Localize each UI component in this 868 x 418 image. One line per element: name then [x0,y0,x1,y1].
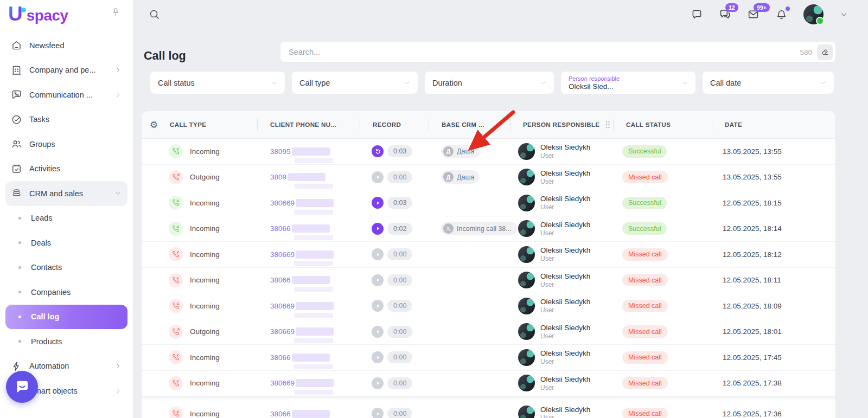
play-record-button[interactable] [372,326,384,338]
comment-icon[interactable] [691,8,703,21]
chats-icon[interactable]: 12 [719,8,731,21]
sidebar-item-company-and-pe[interactable]: Company and pe... [5,58,127,83]
person-avatar [518,323,535,340]
clear-search-button[interactable] [817,44,833,60]
cell-date: 12.05.2025, 18:12 [712,242,835,267]
global-search-icon[interactable] [148,8,161,21]
sidebar-item-label: Companies [31,288,71,297]
phone-incoming-icon [169,144,183,158]
call-status-badge: Missed call [622,274,668,286]
play-record-button[interactable] [372,300,384,312]
column-label: PERSON RESPONSIBLE [523,121,599,128]
sidebar-item-activities[interactable]: Activities [5,157,127,182]
client-phone-link[interactable]: 380669 [270,327,334,336]
phone-incoming-icon [169,299,183,313]
sidebar-item-newsfeed[interactable]: Newsfeed [5,33,127,58]
call-status-badge: Missed call [622,325,668,338]
client-phone-link[interactable]: 3809 [270,173,326,181]
call-date: 12.05.2025, 18:11 [723,276,781,284]
client-phone-link[interactable]: 380669 [270,379,334,387]
client-phone-link[interactable]: 38066 [270,353,330,362]
sidebar-item-products[interactable]: Products [5,329,127,354]
person-avatar [518,349,535,366]
notifications-bell-icon[interactable] [775,8,788,21]
filter-label: Call type [299,79,330,87]
sidebar-item-deals[interactable]: Deals [5,230,127,255]
crm-entity-chip[interactable]: Incoming call 38... [441,222,517,235]
client-phone-link[interactable]: 38066 [270,224,330,233]
cell-person-responsible: Oleksii SiedykhUser [510,401,613,418]
client-phone-link[interactable]: 38066 [270,410,330,418]
redacted-phone-blur [294,390,333,395]
filter-value: Oleksii Sied... [569,82,620,91]
client-phone-link[interactable]: 380669 [270,302,334,310]
person-name: Oleksii Siedykh [540,246,590,254]
filter-call-type[interactable]: Call type [292,72,418,94]
sidebar-item-groups[interactable]: Groups [5,132,127,157]
filter-call-date[interactable]: Call date [703,72,834,94]
scroll-shadow [142,396,835,401]
record-duration: 0:00 [387,300,412,312]
cell-person-responsible: Oleksii SiedykhUser [510,371,613,396]
filter-person-responsible[interactable]: Person responsibleOleksii Sied... [561,72,695,94]
call-log-row: Outgoing38090:00ДДашаOleksii SiedykhUser… [142,165,835,191]
filter-duration[interactable]: Duration [425,72,554,94]
client-phone-link[interactable]: 380669 [270,199,334,207]
person-plus-icon [443,223,454,234]
cell-record: 0:00 [360,242,429,267]
pin-sidebar-icon[interactable] [111,7,121,17]
client-phone-link[interactable]: 38066 [270,276,330,284]
search-input[interactable] [280,48,800,56]
client-phone-link[interactable]: 38095 [270,147,330,156]
chat-fab-button[interactable] [6,371,38,403]
sidebar-item-contacts[interactable]: Contacts [5,255,127,280]
crm-entity-chip[interactable]: ДДаша [441,170,480,184]
play-record-button[interactable] [372,197,384,209]
column-drag-handle[interactable] [605,120,610,129]
mail-icon[interactable]: 99+ [747,8,760,21]
call-type-label: Outgoing [190,327,220,336]
chevron-down-icon [819,79,827,87]
crm-entity-label: Даша [457,147,474,155]
call-status-badge: Successful [622,145,667,158]
cell-person-responsible: Oleksii SiedykhUser [510,242,613,267]
redacted-phone-blur [294,364,333,369]
play-record-button[interactable] [372,248,384,260]
column-header-call-type: ⚙CALL TYPE [142,111,257,138]
phone-incoming-icon [169,222,183,236]
play-record-button[interactable] [372,351,384,363]
sidebar-item-communication[interactable]: Communication ... [5,82,127,107]
filter-call-status[interactable]: Call status [150,72,285,94]
record-duration: 0:00 [387,171,412,183]
cell-base-crm: ДДаша [429,165,510,190]
cell-record: 0:00 [360,401,429,418]
cell-record: 0:03 [360,139,429,164]
play-record-button[interactable] [372,408,384,418]
sidebar-item-leads[interactable]: Leads [5,206,127,231]
play-record-button[interactable] [372,171,384,183]
profile-chevron-down-icon[interactable] [839,10,848,19]
cell-client-phone: 38066 [257,345,360,370]
crm-entity-chip[interactable]: ДДаша [441,145,480,158]
uspacy-logo[interactable]: Uspacy [8,3,68,25]
cell-call-type: Incoming [142,371,257,396]
play-record-button[interactable] [372,377,384,389]
play-record-button[interactable] [372,223,384,235]
replay-record-button[interactable] [372,145,384,157]
sidebar-item-crm-and-sales[interactable]: CRM and sales [5,181,127,206]
sidebar-item-label: Company and pe... [29,66,96,74]
sidebar-item-call-log[interactable]: Call log [5,305,127,330]
sidebar-item-label: Call log [31,312,59,321]
call-status-badge: Successful [622,222,667,235]
table-settings-gear-icon[interactable]: ⚙ [150,120,158,130]
call-type-label: Incoming [190,276,220,284]
cell-record: 0:03 [360,190,429,216]
user-avatar[interactable] [803,4,824,24]
sidebar-item-tasks[interactable]: Tasks [5,107,127,132]
cell-date: 12.05.2025, 17:45 [712,345,835,370]
column-label: RECORD [373,121,401,128]
sidebar-item-companies[interactable]: Companies [5,280,127,305]
client-phone-link[interactable]: 380669 [270,250,334,259]
play-record-button[interactable] [372,274,384,286]
person-role: User [540,414,590,418]
